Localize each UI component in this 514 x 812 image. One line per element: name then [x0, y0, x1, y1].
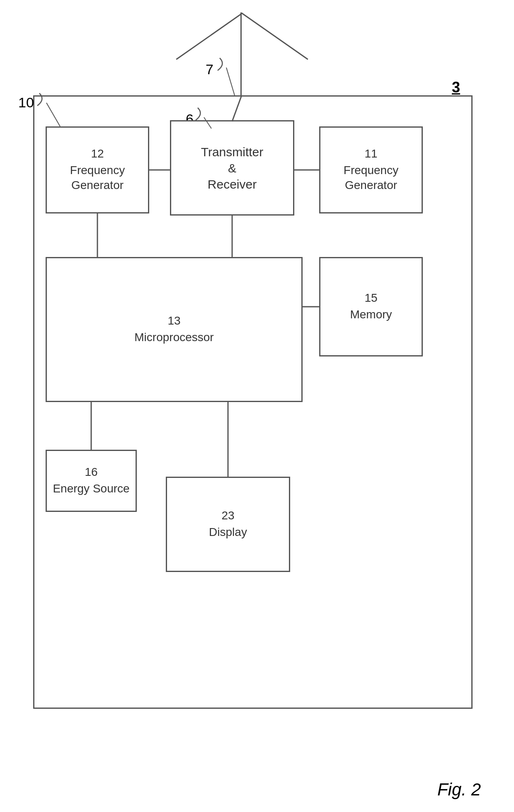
display-box: 23 Display: [166, 477, 290, 572]
label-10: 10: [18, 95, 34, 111]
microprocessor-number: 13: [167, 314, 180, 327]
microprocessor-box: 13 Microprocessor: [46, 257, 303, 402]
display-number: 23: [221, 509, 234, 522]
freq-gen-12-number: 12: [91, 147, 104, 160]
memory-number: 15: [364, 291, 377, 305]
microprocessor-label: Microprocessor: [134, 330, 213, 345]
svg-line-2: [226, 68, 235, 95]
transmitter-receiver-box: Transmitter & Receiver: [170, 120, 294, 216]
freq-gen-11-label: Frequency Generator: [344, 163, 398, 193]
transmitter-receiver-label: Transmitter & Receiver: [201, 144, 264, 192]
memory-box: 15 Memory: [319, 257, 423, 356]
diagram: 7 3 10 6 12 Frequency Generator Transmit…: [0, 0, 514, 812]
antenna-right-arm: [241, 12, 308, 60]
antenna-vertical: [240, 12, 242, 95]
label-7: 7: [206, 61, 213, 78]
energy-label: Energy Source: [53, 481, 129, 496]
freq-gen-12-label: Frequency Generator: [70, 163, 125, 193]
energy-source-box: 16 Energy Source: [46, 450, 137, 512]
antenna-left-arm: [176, 12, 242, 60]
memory-label: Memory: [350, 307, 392, 322]
device-label-3: 3: [452, 79, 460, 96]
energy-number: 16: [85, 465, 97, 479]
figure-label: Fig. 2: [437, 780, 481, 800]
freq-gen-11-number: 11: [364, 147, 377, 160]
freq-gen-11-box: 11 Frequency Generator: [319, 126, 423, 213]
freq-gen-12-box: 12 Frequency Generator: [46, 126, 149, 213]
display-label: Display: [209, 525, 247, 540]
